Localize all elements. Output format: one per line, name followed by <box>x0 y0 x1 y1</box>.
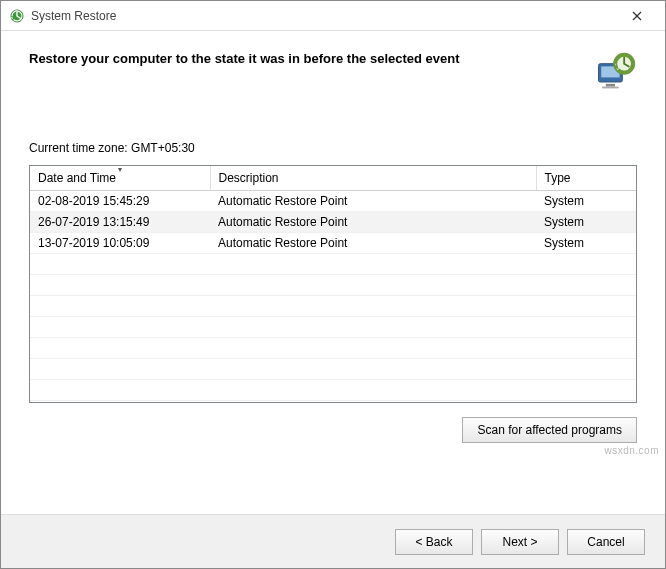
svg-rect-7 <box>602 87 619 89</box>
column-header-type-label: Type <box>545 171 571 185</box>
restore-hero-icon <box>593 49 637 93</box>
page-heading: Restore your computer to the state it wa… <box>29 49 581 66</box>
cell-desc: Automatic Restore Point <box>210 232 536 253</box>
timezone-label: Current time zone: GMT+05:30 <box>29 141 637 155</box>
table-row-empty <box>30 274 636 295</box>
table-row[interactable]: 02-08-2019 15:45:29Automatic Restore Poi… <box>30 190 636 211</box>
column-header-type[interactable]: Type <box>536 166 636 190</box>
table-row-empty <box>30 316 636 337</box>
sort-indicator-icon: ▾ <box>118 165 122 174</box>
table-header-row: ▾ Date and Time Description Type <box>30 166 636 190</box>
cell-date: 02-08-2019 15:45:29 <box>30 190 210 211</box>
column-header-date[interactable]: ▾ Date and Time <box>30 166 210 190</box>
cell-desc: Automatic Restore Point <box>210 211 536 232</box>
cell-type: System <box>536 211 636 232</box>
cell-type: System <box>536 190 636 211</box>
titlebar: System Restore <box>1 1 665 31</box>
column-header-description[interactable]: Description <box>210 166 536 190</box>
table-row-empty <box>30 358 636 379</box>
cell-type: System <box>536 232 636 253</box>
wizard-page: Restore your computer to the state it wa… <box>1 31 665 514</box>
scan-affected-programs-button[interactable]: Scan for affected programs <box>462 417 637 443</box>
table-row-empty <box>30 295 636 316</box>
column-header-date-label: Date and Time <box>38 171 116 185</box>
system-restore-icon <box>9 8 25 24</box>
table-row-empty <box>30 337 636 358</box>
table-row[interactable]: 26-07-2019 13:15:49Automatic Restore Poi… <box>30 211 636 232</box>
cancel-button[interactable]: Cancel <box>567 529 645 555</box>
window-title: System Restore <box>31 9 617 23</box>
next-button[interactable]: Next > <box>481 529 559 555</box>
watermark: wsxdn.com <box>604 445 659 456</box>
close-icon <box>632 11 642 21</box>
cell-date: 13-07-2019 10:05:09 <box>30 232 210 253</box>
cell-desc: Automatic Restore Point <box>210 190 536 211</box>
svg-rect-6 <box>606 84 615 87</box>
close-button[interactable] <box>617 2 657 30</box>
table-row-empty <box>30 379 636 400</box>
cell-date: 26-07-2019 13:15:49 <box>30 211 210 232</box>
back-button[interactable]: < Back <box>395 529 473 555</box>
table-row[interactable]: 13-07-2019 10:05:09Automatic Restore Poi… <box>30 232 636 253</box>
wizard-footer: < Back Next > Cancel <box>1 514 665 568</box>
table-row-empty <box>30 253 636 274</box>
restore-points-table[interactable]: ▾ Date and Time Description Type 02-08-2… <box>29 165 637 403</box>
column-header-description-label: Description <box>219 171 279 185</box>
